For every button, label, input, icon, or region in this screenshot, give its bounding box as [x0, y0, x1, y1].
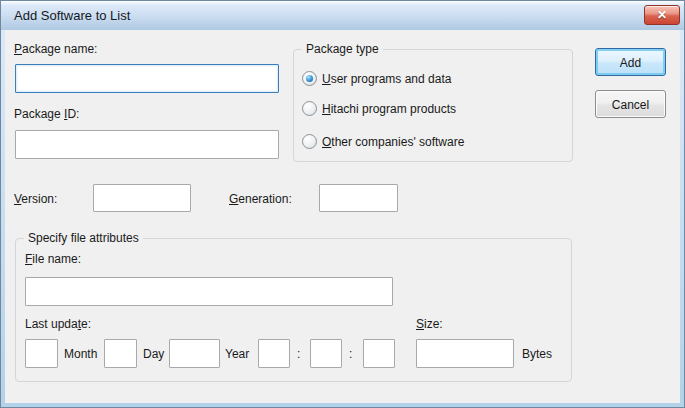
label-fragment: U — [322, 72, 331, 86]
second-input[interactable] — [363, 339, 395, 368]
radio-other-software[interactable] — [302, 134, 317, 149]
radio-other-software-label[interactable]: Other companies' software — [322, 135, 464, 149]
title-bar[interactable]: Add Software to List ✕ — [1, 1, 684, 30]
time-separator: : — [297, 347, 300, 361]
file-name-label: File name: — [25, 252, 81, 266]
close-button[interactable]: ✕ — [644, 5, 680, 25]
bytes-label: Bytes — [522, 347, 552, 361]
package-name-label: Package name: — [14, 42, 97, 56]
year-label: Year — [225, 347, 249, 361]
label-fragment: G — [229, 192, 238, 206]
size-label: Size: — [416, 317, 443, 331]
add-button[interactable]: Add — [595, 48, 666, 76]
minute-input[interactable] — [310, 339, 342, 368]
time-separator: : — [349, 347, 352, 361]
label-fragment: itachi program products — [331, 102, 456, 116]
label-fragment: ackage name: — [22, 42, 97, 56]
label-fragment: D: — [67, 107, 79, 121]
package-id-label: Package ID: — [14, 107, 79, 121]
day-input[interactable] — [104, 339, 137, 368]
radio-user-programs[interactable] — [302, 71, 317, 86]
version-input[interactable] — [93, 184, 191, 212]
label-fragment: P — [14, 42, 22, 56]
year-input[interactable] — [169, 339, 220, 368]
cancel-button[interactable]: Cancel — [595, 90, 666, 118]
package-type-group-caption: Package type — [302, 42, 383, 56]
package-id-input[interactable] — [15, 130, 279, 159]
generation-label: Generation: — [229, 192, 292, 206]
label-fragment: ser programs and data — [331, 72, 452, 86]
label-fragment: e: — [81, 317, 91, 331]
close-icon: ✕ — [657, 8, 667, 22]
size-input[interactable] — [416, 339, 514, 368]
label-fragment: ther companies' software — [331, 135, 464, 149]
dialog-window: Add Software to List ✕ Package name: Pac… — [0, 0, 685, 408]
version-label: Version: — [14, 192, 57, 206]
file-attributes-group-caption: Specify file attributes — [24, 231, 143, 245]
label-fragment: Last upda — [25, 317, 78, 331]
radio-user-programs-label[interactable]: User programs and data — [322, 72, 451, 86]
label-fragment: S — [416, 317, 424, 331]
day-label: Day — [143, 347, 164, 361]
label-fragment: ile name: — [32, 252, 81, 266]
radio-hitachi-products-label[interactable]: Hitachi program products — [322, 102, 456, 116]
label-fragment: Package — [14, 107, 64, 121]
dialog-title: Add Software to List — [14, 8, 130, 23]
month-label: Month — [64, 347, 97, 361]
month-input[interactable] — [25, 339, 58, 368]
label-fragment: H — [322, 102, 331, 116]
file-name-input[interactable] — [25, 277, 393, 306]
radio-hitachi-products[interactable] — [302, 101, 317, 116]
generation-input[interactable] — [319, 184, 398, 212]
label-fragment: eneration: — [238, 192, 291, 206]
label-fragment: O — [322, 135, 331, 149]
package-name-input[interactable] — [15, 64, 279, 93]
hour-input[interactable] — [258, 339, 290, 368]
last-update-label: Last update: — [25, 317, 91, 331]
label-fragment: ersion: — [21, 192, 57, 206]
label-fragment: ize: — [424, 317, 443, 331]
